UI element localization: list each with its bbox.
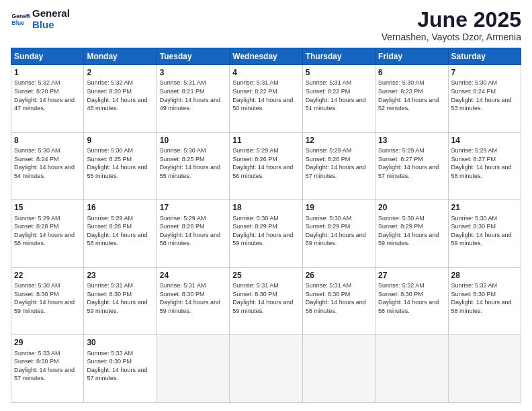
day-number: 8 — [14, 135, 81, 146]
svg-text:General: General — [12, 13, 30, 19]
day-info: Sunrise: 5:31 AM Sunset: 8:22 PM Dayligh… — [232, 79, 299, 112]
day-info: Sunrise: 5:31 AM Sunset: 8:30 PM Dayligh… — [160, 281, 226, 315]
day-info: Sunrise: 5:29 AM Sunset: 8:27 PM Dayligh… — [378, 146, 445, 180]
day-info: Sunrise: 5:29 AM Sunset: 8:27 PM Dayligh… — [451, 146, 518, 180]
day-number: 17 — [160, 202, 226, 213]
day-cell: 26 Sunrise: 5:31 AM Sunset: 8:30 PM Dayl… — [302, 267, 375, 335]
day-info: Sunrise: 5:30 AM Sunset: 8:24 PM Dayligh… — [451, 79, 518, 112]
day-number: 16 — [87, 202, 153, 213]
calendar-week-row: 22 Sunrise: 5:30 AM Sunset: 8:30 PM Dayl… — [11, 267, 521, 335]
logo-wordmark: GeneralBlue — [32, 8, 70, 30]
day-number: 24 — [160, 270, 226, 281]
day-cell: 10 Sunrise: 5:30 AM Sunset: 8:25 PM Dayl… — [157, 132, 229, 200]
day-info: Sunrise: 5:30 AM Sunset: 8:25 PM Dayligh… — [87, 146, 153, 180]
day-info: Sunrise: 5:29 AM Sunset: 8:26 PM Dayligh… — [232, 146, 299, 180]
day-cell: 30 Sunrise: 5:33 AM Sunset: 8:30 PM Dayl… — [84, 335, 157, 403]
logo: General Blue General Blue GeneralBlue — [11, 8, 70, 30]
day-number: 4 — [232, 67, 299, 78]
day-number: 14 — [451, 135, 518, 146]
day-info: Sunrise: 5:30 AM Sunset: 8:24 PM Dayligh… — [14, 146, 81, 180]
day-number: 9 — [87, 135, 153, 146]
calendar-header-row: Sunday Monday Tuesday Wednesday Thursday… — [11, 48, 521, 65]
day-cell: 14 Sunrise: 5:29 AM Sunset: 8:27 PM Dayl… — [448, 132, 521, 200]
header: General Blue General Blue GeneralBlue Ju… — [11, 8, 521, 42]
day-cell — [302, 335, 375, 403]
day-cell: 16 Sunrise: 5:29 AM Sunset: 8:28 PM Dayl… — [84, 200, 157, 268]
day-cell: 3 Sunrise: 5:31 AM Sunset: 8:21 PM Dayli… — [157, 65, 229, 133]
day-info: Sunrise: 5:29 AM Sunset: 8:28 PM Dayligh… — [14, 214, 81, 248]
day-info: Sunrise: 5:30 AM Sunset: 8:23 PM Dayligh… — [378, 79, 445, 112]
calendar-page: General Blue General Blue GeneralBlue Ju… — [0, 0, 532, 411]
calendar-table: Sunday Monday Tuesday Wednesday Thursday… — [11, 48, 521, 403]
day-cell: 21 Sunrise: 5:30 AM Sunset: 8:30 PM Dayl… — [448, 200, 521, 268]
day-cell: 15 Sunrise: 5:29 AM Sunset: 8:28 PM Dayl… — [11, 200, 84, 268]
day-info: Sunrise: 5:30 AM Sunset: 8:29 PM Dayligh… — [232, 214, 299, 248]
day-cell: 18 Sunrise: 5:30 AM Sunset: 8:29 PM Dayl… — [230, 200, 302, 268]
day-info: Sunrise: 5:30 AM Sunset: 8:30 PM Dayligh… — [451, 214, 518, 248]
day-number: 13 — [378, 135, 445, 146]
day-cell: 5 Sunrise: 5:31 AM Sunset: 8:22 PM Dayli… — [302, 65, 375, 133]
day-number: 30 — [87, 337, 153, 348]
day-number: 29 — [14, 337, 81, 348]
day-cell: 19 Sunrise: 5:30 AM Sunset: 8:29 PM Dayl… — [302, 200, 375, 268]
day-cell — [157, 335, 229, 403]
day-info: Sunrise: 5:32 AM Sunset: 8:20 PM Dayligh… — [14, 79, 81, 112]
day-cell: 23 Sunrise: 5:31 AM Sunset: 8:30 PM Dayl… — [84, 267, 157, 335]
day-cell: 12 Sunrise: 5:29 AM Sunset: 8:26 PM Dayl… — [302, 132, 375, 200]
day-cell — [375, 335, 448, 403]
subtitle: Vernashen, Vayots Dzor, Armenia — [382, 32, 521, 42]
day-cell: 25 Sunrise: 5:31 AM Sunset: 8:30 PM Dayl… — [230, 267, 302, 335]
day-info: Sunrise: 5:31 AM Sunset: 8:30 PM Dayligh… — [306, 281, 372, 315]
day-info: Sunrise: 5:32 AM Sunset: 8:20 PM Dayligh… — [87, 79, 153, 112]
day-number: 3 — [160, 67, 226, 78]
day-cell: 20 Sunrise: 5:30 AM Sunset: 8:29 PM Dayl… — [375, 200, 448, 268]
day-info: Sunrise: 5:30 AM Sunset: 8:25 PM Dayligh… — [160, 146, 226, 180]
day-cell — [230, 335, 302, 403]
day-number: 22 — [14, 270, 81, 281]
day-number: 18 — [232, 202, 299, 213]
day-info: Sunrise: 5:30 AM Sunset: 8:29 PM Dayligh… — [378, 214, 445, 248]
title-block: June 2025 Vernashen, Vayots Dzor, Armeni… — [382, 8, 521, 42]
calendar-week-row: 8 Sunrise: 5:30 AM Sunset: 8:24 PM Dayli… — [11, 132, 521, 200]
day-info: Sunrise: 5:31 AM Sunset: 8:30 PM Dayligh… — [87, 281, 153, 315]
day-cell: 29 Sunrise: 5:33 AM Sunset: 8:30 PM Dayl… — [11, 335, 84, 403]
day-number: 23 — [87, 270, 153, 281]
col-friday: Friday — [375, 48, 448, 65]
day-info: Sunrise: 5:29 AM Sunset: 8:28 PM Dayligh… — [87, 214, 153, 248]
day-cell: 24 Sunrise: 5:31 AM Sunset: 8:30 PM Dayl… — [157, 267, 229, 335]
col-saturday: Saturday — [448, 48, 521, 65]
day-cell: 9 Sunrise: 5:30 AM Sunset: 8:25 PM Dayli… — [84, 132, 157, 200]
day-number: 27 — [378, 270, 445, 281]
day-number: 20 — [378, 202, 445, 213]
day-info: Sunrise: 5:31 AM Sunset: 8:21 PM Dayligh… — [160, 79, 226, 112]
day-info: Sunrise: 5:29 AM Sunset: 8:26 PM Dayligh… — [306, 146, 372, 180]
col-tuesday: Tuesday — [157, 48, 229, 65]
col-wednesday: Wednesday — [230, 48, 302, 65]
day-cell: 28 Sunrise: 5:32 AM Sunset: 8:30 PM Dayl… — [448, 267, 521, 335]
day-info: Sunrise: 5:30 AM Sunset: 8:30 PM Dayligh… — [14, 281, 81, 315]
day-number: 15 — [14, 202, 81, 213]
day-info: Sunrise: 5:33 AM Sunset: 8:30 PM Dayligh… — [14, 349, 81, 383]
day-info: Sunrise: 5:31 AM Sunset: 8:22 PM Dayligh… — [306, 79, 372, 112]
day-number: 5 — [306, 67, 372, 78]
day-cell: 1 Sunrise: 5:32 AM Sunset: 8:20 PM Dayli… — [11, 65, 84, 133]
day-cell — [448, 335, 521, 403]
day-cell: 6 Sunrise: 5:30 AM Sunset: 8:23 PM Dayli… — [375, 65, 448, 133]
day-cell: 4 Sunrise: 5:31 AM Sunset: 8:22 PM Dayli… — [230, 65, 302, 133]
main-title: June 2025 — [382, 8, 521, 32]
day-cell: 17 Sunrise: 5:29 AM Sunset: 8:28 PM Dayl… — [157, 200, 229, 268]
col-monday: Monday — [84, 48, 157, 65]
svg-text:Blue: Blue — [12, 19, 25, 26]
day-number: 11 — [232, 135, 299, 146]
day-number: 19 — [306, 202, 372, 213]
day-cell: 7 Sunrise: 5:30 AM Sunset: 8:24 PM Dayli… — [448, 65, 521, 133]
day-info: Sunrise: 5:33 AM Sunset: 8:30 PM Dayligh… — [87, 349, 153, 383]
col-thursday: Thursday — [302, 48, 375, 65]
day-number: 10 — [160, 135, 226, 146]
calendar-week-row: 29 Sunrise: 5:33 AM Sunset: 8:30 PM Dayl… — [11, 335, 521, 403]
day-info: Sunrise: 5:32 AM Sunset: 8:30 PM Dayligh… — [378, 281, 445, 315]
day-info: Sunrise: 5:32 AM Sunset: 8:30 PM Dayligh… — [451, 281, 518, 315]
day-number: 28 — [451, 270, 518, 281]
day-cell: 13 Sunrise: 5:29 AM Sunset: 8:27 PM Dayl… — [375, 132, 448, 200]
calendar-week-row: 1 Sunrise: 5:32 AM Sunset: 8:20 PM Dayli… — [11, 65, 521, 133]
